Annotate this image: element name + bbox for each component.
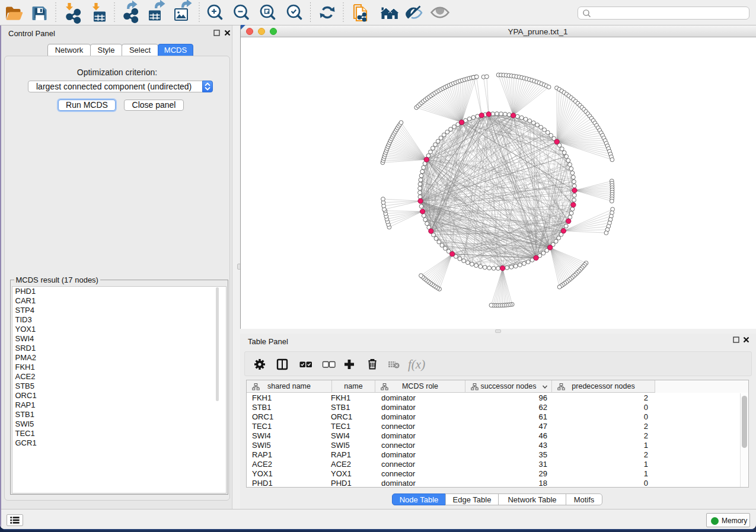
svg-text:f(x): f(x) xyxy=(408,357,425,371)
